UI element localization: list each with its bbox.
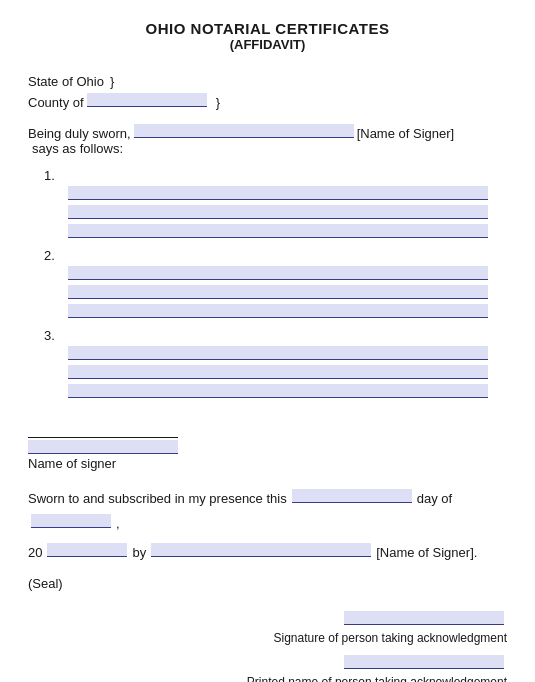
item-3-line-3[interactable]: [68, 384, 488, 398]
preamble-text-after: says as follows:: [32, 141, 123, 156]
county-fill[interactable]: [87, 93, 207, 107]
ack-printed-fill[interactable]: [344, 655, 504, 669]
numbered-item-1: 1.: [28, 168, 507, 238]
preamble-text-before: Being duly sworn,: [28, 126, 131, 141]
signer-name-fill[interactable]: [134, 124, 354, 138]
numbered-item-3: 3.: [28, 328, 507, 398]
sworn-month-fill[interactable]: [31, 514, 111, 528]
signer-label: [Name of Signer]: [357, 126, 455, 141]
county-bracket: }: [216, 95, 220, 110]
sworn-by-fill[interactable]: [151, 543, 371, 557]
sworn-year-prefix: 20: [28, 540, 42, 566]
ack-sig-fill[interactable]: [344, 611, 504, 625]
ack-printed-label: Printed name of person taking acknowledg…: [247, 675, 507, 682]
main-title: OHIO NOTARIAL CERTIFICATES: [28, 20, 507, 37]
signature-section: Name of signer: [28, 420, 507, 471]
state-bracket: }: [110, 74, 114, 89]
signature-fill[interactable]: [28, 440, 178, 454]
right-acknowledgment-section: Signature of person taking acknowledgmen…: [28, 611, 507, 682]
item-2-number: 2.: [44, 248, 64, 263]
numbered-item-2: 2.: [28, 248, 507, 318]
sworn-text1: Sworn to and subscribed in my presence t…: [28, 487, 287, 510]
signature-line: [28, 420, 178, 438]
county-label: County of: [28, 95, 84, 110]
document-title-block: OHIO NOTARIAL CERTIFICATES (AFFIDAVIT): [28, 20, 507, 52]
item-1-line-2[interactable]: [68, 205, 488, 219]
sworn-year-fill[interactable]: [47, 543, 127, 557]
item-2-line-2[interactable]: [68, 285, 488, 299]
sub-title: (AFFIDAVIT): [28, 37, 507, 52]
item-3-line-1[interactable]: [68, 346, 488, 360]
sworn-by-label: by: [132, 540, 146, 566]
sworn-comma: ,: [116, 512, 120, 535]
sworn-section: Sworn to and subscribed in my presence t…: [28, 487, 507, 566]
sworn-day-fill[interactable]: [292, 489, 412, 503]
item-1-number: 1.: [44, 168, 64, 183]
state-row: State of Ohio } County of }: [28, 74, 507, 110]
sworn-signer-ref: [Name of Signer].: [376, 540, 477, 566]
preamble-section: Being duly sworn, [Name of Signer] says …: [28, 124, 507, 156]
name-of-signer-label: Name of signer: [28, 456, 116, 471]
sworn-day-label: day of: [417, 487, 452, 510]
ack-sig-label: Signature of person taking acknowledgmen…: [274, 631, 507, 645]
seal-section: (Seal): [28, 576, 507, 591]
numbered-sections: 1. 2. 3.: [28, 168, 507, 398]
seal-label: (Seal): [28, 576, 63, 591]
item-1-line-1[interactable]: [68, 186, 488, 200]
item-3-line-2[interactable]: [68, 365, 488, 379]
item-2-line-1[interactable]: [68, 266, 488, 280]
state-label: State of Ohio: [28, 74, 104, 89]
item-2-line-3[interactable]: [68, 304, 488, 318]
item-1-line-3[interactable]: [68, 224, 488, 238]
item-3-number: 3.: [44, 328, 64, 343]
